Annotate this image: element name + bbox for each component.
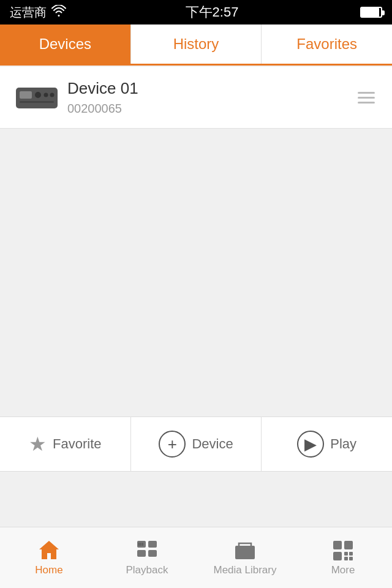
svg-rect-6 <box>137 541 146 548</box>
svg-rect-16 <box>333 552 342 560</box>
tab-favorites[interactable]: Favorites <box>262 24 392 64</box>
carrier-label: 运营商 <box>10 4 47 21</box>
status-bar: 运营商 下午2:57 <box>0 0 392 24</box>
more-label: More <box>331 564 355 576</box>
svg-rect-14 <box>333 541 342 549</box>
svg-rect-9 <box>148 550 157 557</box>
svg-rect-18 <box>349 552 353 556</box>
status-left: 运营商 <box>10 4 66 21</box>
tab-devices[interactable]: Devices <box>0 24 131 64</box>
svg-rect-1 <box>20 91 32 99</box>
device-list: Device 01 00200065 <box>0 67 392 129</box>
tabs-container: Devices History Favorites <box>0 24 392 66</box>
status-right <box>358 7 382 18</box>
svg-rect-15 <box>344 541 353 549</box>
star-icon: ★ <box>29 432 47 456</box>
svg-point-2 <box>35 92 41 98</box>
nav-home[interactable]: Home <box>0 527 98 588</box>
svg-rect-13 <box>235 546 255 559</box>
status-time: 下午2:57 <box>186 3 239 21</box>
favorite-label: Favorite <box>53 436 101 452</box>
device-icon <box>12 83 61 112</box>
svg-rect-8 <box>137 550 146 557</box>
nav-more[interactable]: More <box>294 527 392 588</box>
playback-label: Playback <box>126 564 168 576</box>
svg-point-3 <box>44 93 48 97</box>
nav-media-library[interactable]: Media Library <box>196 527 294 588</box>
svg-rect-20 <box>349 557 353 560</box>
svg-point-4 <box>50 93 55 97</box>
media-library-icon <box>234 540 256 560</box>
add-circle-icon: + <box>159 431 186 458</box>
home-label: Home <box>35 564 62 576</box>
favorite-button[interactable]: ★ Favorite <box>0 417 131 471</box>
svg-rect-19 <box>344 557 348 560</box>
device-name: Device 01 <box>67 79 353 98</box>
nav-playback[interactable]: Playback <box>98 527 196 588</box>
device-info: Device 01 00200065 <box>67 79 353 116</box>
svg-rect-17 <box>344 552 348 556</box>
play-circle-icon: ▶ <box>297 431 324 458</box>
device-serial: 00200065 <box>67 102 353 116</box>
media-library-label: Media Library <box>214 564 277 576</box>
add-device-label: Device <box>192 436 233 452</box>
play-label: Play <box>330 436 356 452</box>
wifi-icon <box>51 5 66 20</box>
action-bar: ★ Favorite + Device ▶ Play <box>0 417 392 472</box>
play-button[interactable]: ▶ Play <box>262 417 392 471</box>
svg-rect-5 <box>20 101 54 103</box>
content-area <box>0 129 392 417</box>
svg-rect-7 <box>148 541 157 548</box>
home-icon <box>38 540 60 560</box>
bottom-nav: Home Playback Media Library <box>0 527 392 588</box>
tab-history[interactable]: History <box>131 24 262 64</box>
playback-icon <box>136 540 158 560</box>
add-device-button[interactable]: + Device <box>131 417 262 471</box>
device-menu-icon[interactable] <box>353 89 380 106</box>
battery-icon <box>360 7 382 18</box>
device-item[interactable]: Device 01 00200065 <box>0 67 392 129</box>
more-icon <box>332 540 354 560</box>
